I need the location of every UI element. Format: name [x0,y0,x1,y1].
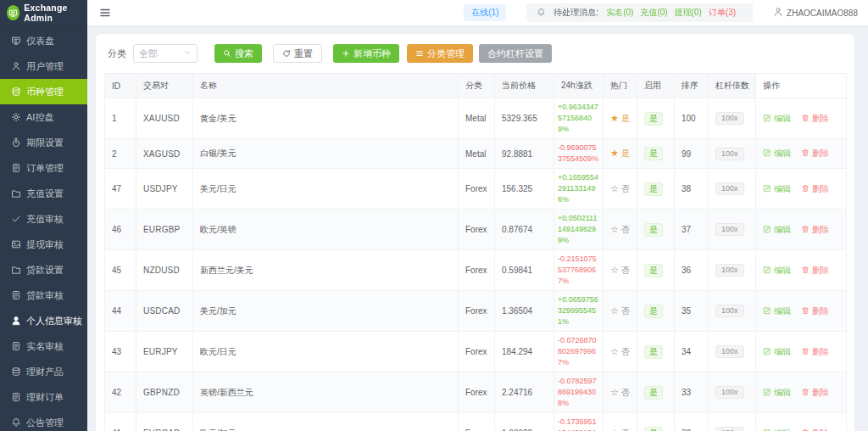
star-outline-icon[interactable]: ☆ [610,428,619,431]
sidebar-item-1[interactable]: 用户管理 [0,53,87,79]
cell-hot: ☆否 [604,413,637,431]
edit-button[interactable]: 编辑 [763,148,791,160]
sidebar-item-5[interactable]: 订单管理 [0,155,87,181]
star-outline-icon[interactable]: ☆ [610,387,619,397]
star-outline-icon[interactable]: ☆ [610,224,619,234]
leverage-badge: 100x [715,305,744,317]
enabled-badge[interactable]: 是 [644,305,663,318]
sidebar-item-6[interactable]: 充值设置 [0,181,87,206]
table-row: 43EURJPY欧元/日元Forex184.294-0.072687080269… [105,332,847,372]
sidebar-item-0[interactable]: 仪表盘 [0,28,87,53]
delete-button[interactable]: 删除 [801,183,829,195]
sidebar-item-label: 贷款审核 [26,289,64,302]
cell-24h-change: -0.07825978691994308% [554,372,604,413]
enabled-badge[interactable]: 是 [644,223,663,237]
edit-button-label: 编辑 [774,305,791,317]
edit-button-label: 编辑 [774,183,791,195]
sidebar-item-10[interactable]: 贷款审核 [0,283,87,308]
delete-button[interactable]: 删除 [801,305,829,317]
edit-button[interactable]: 编辑 [763,224,791,236]
edit-button[interactable]: 编辑 [763,113,791,125]
edit-button[interactable]: 编辑 [763,346,791,358]
menu-toggle-icon[interactable] [99,7,111,19]
star-filled-icon[interactable]: ★ [610,113,619,123]
delete-button[interactable]: 删除 [801,346,829,358]
image-icon [11,239,21,249]
edit-button[interactable]: 编辑 [763,387,791,399]
leverage-badge: 100x [715,427,744,431]
sidebar-item-3[interactable]: AI控盘 [0,104,87,130]
delete-button[interactable]: 删除 [801,428,829,431]
sidebar-item-14[interactable]: 理财订单 [0,384,87,410]
enabled-badge[interactable]: 是 [644,147,663,160]
sidebar-item-15[interactable]: 公告管理 [0,410,87,431]
reset-button[interactable]: 重置 [273,44,322,63]
cell-category: Forex [459,372,495,413]
document-icon [11,341,21,351]
contract-leverage-button[interactable]: 合约杠杆设置 [479,44,552,63]
enabled-badge[interactable]: 是 [644,386,663,400]
category-manage-button[interactable]: 分类管理 [407,44,473,63]
star-outline-icon[interactable]: ☆ [610,305,619,316]
topbar-right: 在线(1) 待处理消息: 实名(0)充值(0)提现(0)订单(3) ZHAOCA… [464,3,868,22]
delete-button[interactable]: 删除 [801,148,829,160]
cell-leverage: 100x [709,413,756,431]
edit-button[interactable]: 编辑 [763,428,791,431]
star-outline-icon[interactable]: ☆ [610,346,619,356]
edit-button[interactable]: 编辑 [763,183,791,195]
sidebar-item-label: 理财订单 [26,391,64,404]
delete-button[interactable]: 删除 [801,265,829,277]
delete-button[interactable]: 删除 [801,387,829,399]
user-icon [773,7,783,19]
enabled-badge[interactable]: 是 [644,264,663,277]
enabled-badge[interactable]: 是 [644,112,663,126]
column-header: 24h涨跌 [554,74,604,98]
cell-price: 156.325 [495,169,554,210]
column-header: 热门 [604,74,637,98]
delete-button[interactable]: 删除 [801,224,829,236]
user-menu[interactable]: ZHAOCAIMAO888 [773,7,858,19]
star-filled-icon[interactable]: ★ [610,148,619,158]
category-filter-select[interactable]: 全部 [133,44,198,63]
cell-price: 184.294 [495,332,554,372]
cell-price: 92.8881 [495,139,554,169]
sidebar-item-13[interactable]: 理财产品 [0,359,87,384]
add-currency-button[interactable]: 新增币种 [333,44,399,63]
pending-message-link[interactable]: 订单(3) [709,8,736,17]
cell-actions: 编辑删除 [756,250,847,291]
cell-actions: 编辑删除 [756,98,847,139]
column-header: 排序 [675,74,709,98]
delete-button[interactable]: 删除 [801,113,829,125]
category-filter-value: 全部 [139,48,158,60]
enabled-badge[interactable]: 是 [644,427,663,431]
sidebar-item-8[interactable]: 提现审核 [0,232,87,257]
sidebar-item-11[interactable]: 个人信息审核 [0,308,87,333]
cell-enabled: 是 [637,291,675,332]
refresh-icon [282,49,291,58]
cell-name: 欧元/英镑 [193,210,459,250]
sidebar-item-9[interactable]: 贷款设置 [0,257,87,283]
sidebar-item-12[interactable]: 实名审核 [0,333,87,359]
cell-pair: EURJPY [136,332,193,372]
delete-button-label: 删除 [812,113,829,125]
cell-pair: XAUUSD [136,98,193,139]
sidebar-item-7[interactable]: 充值审核 [0,206,87,232]
cell-enabled: 是 [637,250,675,291]
enabled-badge[interactable]: 是 [644,182,663,196]
sidebar-item-2[interactable]: 币种管理 [0,79,87,104]
enabled-badge[interactable]: 是 [644,345,663,359]
pending-message-link[interactable]: 提现(0) [675,8,702,17]
search-button[interactable]: 搜索 [214,44,262,63]
column-header: 名称 [193,74,459,98]
edit-icon [763,347,771,357]
pending-message-link[interactable]: 实名(0) [606,8,633,17]
pending-message-link[interactable]: 充值(0) [640,8,667,17]
star-outline-icon[interactable]: ☆ [610,183,619,193]
cell-name: 美元/日元 [193,169,459,210]
cell-name: 欧元/日元 [193,332,459,372]
edit-button[interactable]: 编辑 [763,265,791,277]
online-badge[interactable]: 在线(1) [464,4,506,21]
edit-button[interactable]: 编辑 [763,305,791,317]
star-outline-icon[interactable]: ☆ [610,265,619,275]
sidebar-item-4[interactable]: 期限设置 [0,130,87,155]
